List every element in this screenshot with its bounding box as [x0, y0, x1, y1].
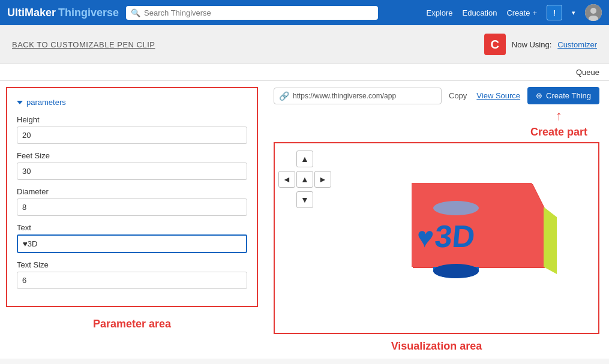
now-using-label: Now Using:	[512, 40, 551, 49]
nav-create[interactable]: Create +	[506, 8, 537, 17]
nav-up-button[interactable]: ▲	[296, 151, 313, 167]
svg-text:3D: 3D	[433, 219, 476, 254]
now-using: C Now Using: Customizer	[484, 34, 597, 55]
nav-notification[interactable]: !	[547, 5, 562, 20]
svg-marker-9	[544, 207, 557, 274]
nav-down-button[interactable]: ▼	[296, 191, 313, 208]
nav-left-button[interactable]: ◄	[278, 171, 295, 188]
visualization-area-annotation: Visualization area	[274, 340, 599, 353]
parameter-area-annotation: Parameter area	[0, 318, 264, 330]
nav-create-plus: +	[532, 8, 537, 17]
visualization-panel: ▲ ◄ ▲ ► ▼	[274, 142, 599, 334]
nav-home-button[interactable]: ▲	[296, 171, 313, 188]
feet-size-input[interactable]	[17, 163, 247, 180]
svg-point-12	[433, 201, 479, 215]
main-content: parameters Height Feet Size Diameter Tex…	[0, 81, 609, 359]
svg-point-1	[590, 8, 596, 14]
view-source-button[interactable]: View Source	[476, 91, 520, 100]
logo-ultimaker: UltiMaker	[7, 7, 56, 19]
chevron-down-icon	[17, 101, 23, 104]
parameters-label: parameters	[26, 98, 66, 107]
text-label: Text	[17, 223, 247, 232]
svg-point-13	[433, 264, 479, 278]
diameter-field-group: Diameter	[17, 187, 247, 216]
feet-size-label: Feet Size	[17, 151, 247, 160]
create-thing-icon: ⊕	[536, 91, 542, 100]
diameter-label: Diameter	[17, 187, 247, 196]
url-bar-row: 🔗 https://www.thingiverse.com/app Copy V…	[274, 87, 599, 104]
height-input[interactable]	[17, 127, 247, 144]
3d-model-svg: 3D ♥	[365, 160, 569, 316]
create-part-annotation-row: ↑ Create part	[274, 110, 599, 139]
nav-explore[interactable]: Explore	[426, 8, 452, 17]
create-thing-label: Create Thing	[546, 91, 591, 100]
text-size-input[interactable]	[17, 272, 247, 289]
height-label: Height	[17, 115, 247, 124]
nav-right: Explore Education Create + ! ▾	[426, 4, 602, 21]
copy-button[interactable]: Copy	[449, 91, 467, 100]
nav-right-button[interactable]: ►	[314, 171, 331, 188]
text-size-label: Text Size	[17, 260, 247, 269]
logo: UltiMaker Thingiverse	[7, 7, 119, 19]
text-size-field-group: Text Size	[17, 260, 247, 289]
logo-thingiverse: Thingiverse	[58, 7, 119, 19]
sub-header: BACK TO CUSTOMIZABLE PEN CLIP C Now Usin…	[0, 25, 609, 64]
top-nav: UltiMaker Thingiverse 🔍 Explore Educatio…	[0, 0, 609, 25]
link-icon: 🔗	[279, 91, 289, 101]
back-link[interactable]: BACK TO CUSTOMIZABLE PEN CLIP	[12, 40, 155, 49]
search-input[interactable]	[144, 8, 373, 17]
nav-avatar[interactable]	[585, 4, 602, 21]
feet-size-field-group: Feet Size	[17, 151, 247, 180]
viz-controls: ▲ ◄ ▲ ► ▼	[275, 143, 335, 333]
customizer-logo: C	[484, 34, 506, 55]
url-text: https://www.thingiverse.com/app	[293, 92, 396, 100]
search-bar[interactable]: 🔍	[126, 6, 378, 20]
height-field-group: Height	[17, 115, 247, 144]
svg-text:♥: ♥	[415, 221, 435, 253]
text-input[interactable]	[17, 234, 247, 253]
nav-chevron: ▾	[572, 9, 575, 17]
url-bar: 🔗 https://www.thingiverse.com/app	[274, 88, 442, 104]
parameter-panel: parameters Height Feet Size Diameter Tex…	[6, 87, 258, 307]
customizer-link[interactable]: Customizer	[557, 40, 597, 49]
right-panel: 🔗 https://www.thingiverse.com/app Copy V…	[264, 81, 609, 359]
arrow-up-icon: ↑	[556, 108, 562, 124]
queue-bar: Queue	[0, 64, 609, 81]
nav-create-label: Create	[506, 8, 530, 17]
3d-model-view: 3D ♥	[335, 143, 598, 333]
parameters-header[interactable]: parameters	[17, 98, 247, 107]
nav-education[interactable]: Education	[463, 8, 497, 17]
diameter-input[interactable]	[17, 198, 247, 216]
queue-label: Queue	[576, 68, 599, 77]
text-field-group: Text	[17, 223, 247, 253]
create-thing-button[interactable]: ⊕ Create Thing	[527, 87, 599, 104]
create-part-annotation: Create part	[530, 126, 587, 139]
search-icon: 🔍	[131, 8, 140, 17]
